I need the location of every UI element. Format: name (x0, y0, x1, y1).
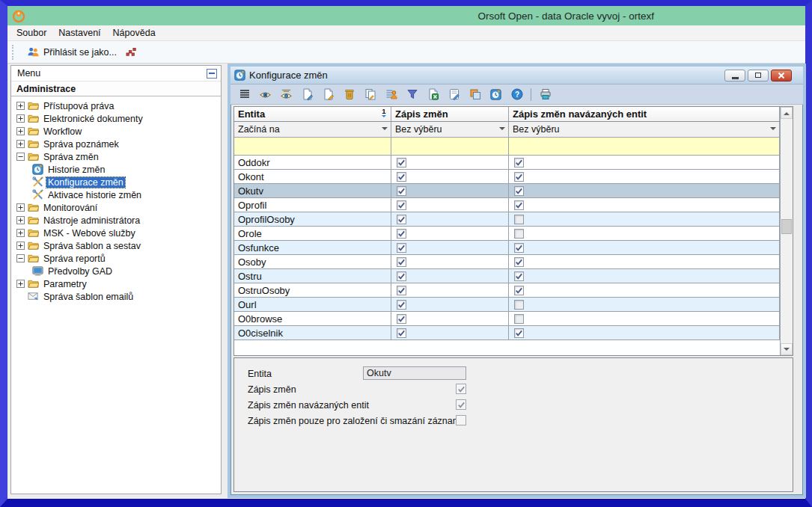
zapis-zmen-checked-checkbox[interactable] (397, 186, 406, 196)
copy-icon[interactable] (363, 87, 377, 102)
toolbar-grip[interactable] (12, 45, 15, 60)
history-icon[interactable] (489, 87, 503, 102)
zapis-zmen-checked-checkbox[interactable] (397, 158, 406, 168)
restore-button[interactable] (748, 70, 769, 82)
list-icon[interactable] (237, 87, 251, 102)
detail-entita-field[interactable]: Okutv (363, 366, 466, 380)
sidebar-item-historie-zmen[interactable]: Historie změn (11, 163, 221, 176)
table-row-okutv[interactable]: Okutv (234, 184, 780, 198)
table-row-ourl[interactable]: Ourl (234, 298, 780, 312)
tree-expander-plus-icon[interactable] (16, 203, 25, 212)
sidebar-item-elektronicke-dokumenty[interactable]: Elektronické dokumenty (11, 112, 221, 125)
zapis-zmen-checked-checkbox[interactable] (397, 300, 406, 310)
zapis-zmen-checked-checkbox[interactable] (397, 286, 406, 295)
tree-expander-plus-icon[interactable] (16, 280, 25, 288)
login-as-button[interactable]: Přihlásit se jako... (22, 44, 121, 60)
detail-zapis-zmen-pouze-pro-zalozeni-ci-smazani-zaznamu-unchecked-checkbox[interactable] (456, 415, 466, 425)
sidebar-item-sprava-sablon-a-sestav[interactable]: Správa šablon a sestav (11, 239, 221, 252)
filter-icon[interactable] (405, 87, 419, 102)
sidebar-item-sprava-reportu[interactable]: Správa reportů (11, 252, 221, 265)
vertical-scrollbar[interactable] (780, 107, 793, 355)
zapis-zmen-navazanych-checked-checkbox[interactable] (514, 186, 524, 196)
zapis-zmen-navazanych-checked-checkbox[interactable] (514, 328, 524, 338)
form-edit-icon[interactable] (447, 87, 461, 102)
delete-icon[interactable] (342, 87, 356, 102)
zapis-zmen-navazanych-checked-checkbox[interactable] (514, 158, 524, 168)
new-doc-icon[interactable] (300, 87, 314, 102)
eye-lines-icon[interactable] (279, 87, 293, 102)
zapis-zmen-checked-checkbox[interactable] (397, 172, 406, 182)
sidebar-item-sprava-poznamek[interactable]: Správa poznámek (11, 138, 221, 150)
sidebar-item-msk-webove-sluzby[interactable]: MSK - Webové služby (11, 227, 221, 239)
table-row-osoby[interactable]: Osoby (234, 255, 780, 269)
pages-icon[interactable] (468, 87, 482, 102)
sidebar-item-pristupova-prava[interactable]: Přístupová práva (11, 99, 221, 112)
search-cell-3[interactable] (509, 138, 780, 155)
sidebar-item-predvolby-gad[interactable]: Předvolby GAD (11, 265, 221, 277)
person-grid-icon[interactable] (384, 87, 398, 102)
zapis-zmen-checked-checkbox[interactable] (397, 328, 406, 338)
sidebar-item-sprava-sablon-emailu[interactable]: Správa šablon emailů (11, 290, 221, 303)
edit-doc-icon[interactable] (321, 87, 335, 102)
zapis-zmen-navazanych-checked-checkbox[interactable] (514, 271, 524, 281)
zapis-zmen-navazanych-checked-checkbox[interactable] (514, 172, 524, 182)
table-row-orole[interactable]: Orole (234, 227, 780, 241)
logout-cubes-icon[interactable] (126, 46, 137, 58)
sidebar-item-workflow[interactable]: Workflow (11, 125, 221, 138)
table-row-o0browse[interactable]: O0browse (234, 312, 780, 326)
filter-combo-3[interactable]: Bez výběru (509, 122, 780, 137)
detail-zapis-zmen-navazanych-entit-checked-checkbox[interactable] (456, 399, 466, 410)
help-icon[interactable]: ? (510, 87, 524, 102)
eye-icon[interactable] (258, 87, 272, 102)
tree-expander-plus-icon[interactable] (16, 216, 25, 224)
table-row-ostruosoby[interactable]: OstruOsoby (234, 283, 780, 298)
sidebar-item-parametry[interactable]: Parametry (11, 277, 221, 290)
tree-expander-plus-icon[interactable] (16, 229, 25, 237)
filter-combo-2[interactable]: Bez výběru (391, 122, 509, 137)
zapis-zmen-checked-checkbox[interactable] (397, 229, 406, 239)
zapis-zmen-checked-checkbox[interactable] (397, 257, 406, 267)
tree-expander-plus-icon[interactable] (16, 102, 25, 110)
detail-zapis-zmen-checked-checkbox[interactable] (456, 384, 466, 394)
zapis-zmen-checked-checkbox[interactable] (397, 243, 406, 253)
menu-nastaveni[interactable]: Nastavení (52, 26, 106, 40)
tree-expander-minus-icon[interactable] (16, 153, 25, 161)
zapis-zmen-navazanych-unchecked-checkbox[interactable] (514, 300, 524, 310)
menu-napoveda[interactable]: Nápověda (107, 26, 162, 40)
table-row-ostru[interactable]: Ostru (234, 269, 780, 283)
tree-expander-plus-icon[interactable] (16, 140, 25, 148)
table-row-oddokr[interactable]: Oddokr (234, 156, 780, 170)
sidebar-collapse-button[interactable] (207, 69, 217, 79)
table-row-oprofilosoby[interactable]: OprofilOsoby (234, 212, 780, 227)
zapis-zmen-navazanych-checked-checkbox[interactable] (514, 200, 524, 210)
scroll-down-button[interactable] (781, 343, 793, 355)
zapis-zmen-navazanych-unchecked-checkbox[interactable] (514, 229, 524, 239)
tree-expander-plus-icon[interactable] (16, 127, 25, 135)
menu-soubor[interactable]: Soubor (10, 26, 52, 40)
table-row-o0ciselnik[interactable]: O0ciselnik (234, 326, 780, 340)
zapis-zmen-navazanych-checked-checkbox[interactable] (514, 257, 524, 267)
tree-expander-plus-icon[interactable] (16, 114, 25, 123)
minimize-button[interactable] (724, 70, 745, 82)
tree-expander-minus-icon[interactable] (16, 254, 25, 262)
search-cell-2[interactable] (391, 138, 509, 155)
table-row-okont[interactable]: Okont (234, 170, 780, 184)
zapis-zmen-navazanych-checked-checkbox[interactable] (514, 243, 524, 253)
search-cell-1[interactable] (234, 138, 391, 155)
table-row-osfunkce[interactable]: Osfunkce (234, 241, 780, 255)
sidebar-item-aktivace-historie-zmen[interactable]: Aktivace historie změn (11, 188, 221, 201)
tree-expander-plus-icon[interactable] (16, 242, 25, 250)
sidebar-item-monitorovani[interactable]: Monitorování (11, 201, 221, 214)
child-window-titlebar[interactable]: Konfigurace změn (231, 67, 803, 84)
zapis-zmen-checked-checkbox[interactable] (397, 215, 406, 224)
close-button[interactable] (771, 70, 792, 82)
print-icon[interactable] (538, 87, 552, 102)
excel-export-icon[interactable] (426, 87, 440, 102)
sidebar-item-nastroje-administratora[interactable]: Nástroje administrátora (11, 214, 221, 227)
scrollbar-thumb[interactable] (781, 219, 792, 234)
zapis-zmen-navazanych-unchecked-checkbox[interactable] (514, 314, 524, 324)
column-header-zapis-zmen[interactable]: Zápis změn (391, 107, 509, 121)
zapis-zmen-checked-checkbox[interactable] (397, 314, 406, 324)
table-row-oprofil[interactable]: Oprofil (234, 198, 780, 212)
sidebar-item-sprava-zmen[interactable]: Správa změn (11, 150, 221, 163)
